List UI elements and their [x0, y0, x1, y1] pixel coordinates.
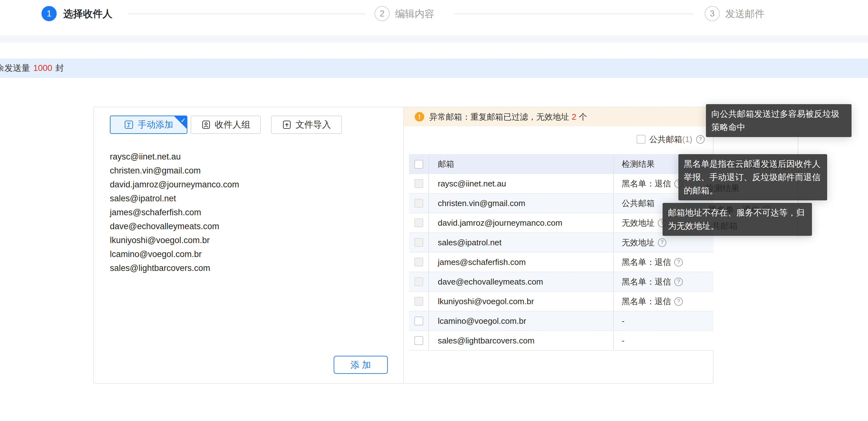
manual-add-icon [124, 120, 133, 129]
row-checkbox-cell [409, 233, 429, 252]
ghost-row-border [663, 237, 812, 237]
public-mailbox-checkbox[interactable] [637, 135, 646, 144]
row-email: sales@ipatrol.net [429, 233, 614, 252]
row-checkbox[interactable] [414, 179, 423, 188]
step-connector-line [455, 13, 694, 14]
email-entry: lkuniyoshi@voegol.com.br [110, 233, 389, 247]
row-checkbox-cell [409, 272, 429, 291]
tooltip-public-mailbox: 向公共邮箱发送过多容易被反垃圾策略命中 [706, 104, 851, 137]
row-checkbox[interactable] [414, 199, 423, 208]
detection-result-pane: ! 异常邮箱：重复邮箱已过滤，无效地址2个 公共邮箱(1) ? 邮箱 检测结果 [404, 107, 714, 383]
table-row: james@schaferfish.com 黑名单：退信 ? [409, 252, 714, 272]
row-result-cell: 黑名单：退信 ? [614, 276, 714, 288]
tab-recipient-group[interactable]: 收件人组 [191, 116, 261, 134]
row-checkbox[interactable] [414, 297, 423, 306]
public-mailbox-count: (1) [682, 134, 692, 144]
step-header: 1 选择收件人 2 编辑内容 3 发送邮件 [0, 0, 868, 35]
row-checkbox[interactable] [414, 258, 423, 267]
row-result-cell: 无效地址 ? [614, 237, 714, 248]
row-result: 无效地址 [622, 217, 655, 229]
row-result-cell: 黑名单：退信 ? [614, 296, 714, 307]
tab-file-import-label: 文件导入 [296, 119, 331, 131]
row-checkbox-cell [409, 174, 429, 193]
row-result: 公共邮箱 [622, 198, 655, 209]
manual-email-input-area[interactable]: raysc@iinet.net.au christen.vin@gmail.co… [110, 150, 389, 275]
select-all-checkbox[interactable] [414, 160, 423, 169]
file-import-icon [282, 120, 291, 129]
table-body: raysc@iinet.net.au 黑名单：退信 ? christen.vin… [409, 174, 714, 351]
tooltip-invalid-address: 邮箱地址不存在、服务不可达等，归为无效地址。 [662, 203, 812, 236]
row-result: 黑名单：退信 [622, 178, 671, 189]
header-separator-band [0, 35, 868, 43]
warning-prefix: 异常邮箱：重复邮箱已过滤，无效地址 [429, 112, 569, 122]
table-row: lkuniyoshi@voegol.com.br 黑名单：退信 ? [409, 292, 714, 311]
row-email: dave@echovalleymeats.com [429, 272, 614, 291]
row-email: david.jamroz@journeymanco.com [429, 213, 614, 232]
email-entry: dave@echovalleymeats.com [110, 219, 389, 233]
table-header-row: 邮箱 检测结果 [409, 154, 714, 174]
row-checkbox-cell [409, 292, 429, 311]
table-row: sales@lightbarcovers.com - ? [409, 331, 714, 351]
result-help-icon[interactable]: ? [674, 258, 683, 267]
row-checkbox[interactable] [414, 336, 423, 345]
row-checkbox-cell [409, 252, 429, 272]
row-email: lcamino@voegol.com.br [429, 311, 614, 330]
email-entry: lcamino@voegol.com.br [110, 247, 389, 261]
recipient-group-icon [201, 120, 211, 129]
warning-text: 异常邮箱：重复邮箱已过滤，无效地址2个 [429, 107, 587, 126]
result-help-icon[interactable]: ? [674, 297, 683, 306]
step-2-circle: 2 [374, 6, 390, 21]
quota-value: 1000 [33, 63, 52, 73]
row-checkbox-cell [409, 311, 429, 330]
step-1-circle: 1 [41, 6, 57, 21]
add-button[interactable]: 添 加 [334, 356, 388, 374]
row-result-cell: 黑名单：退信 ? [614, 257, 714, 268]
email-entry: james@schaferfish.com [110, 205, 389, 219]
result-help-icon[interactable]: ? [658, 238, 666, 247]
quota-suffix: 封 [55, 63, 64, 73]
row-result-cell: - ? [614, 336, 714, 345]
email-entry: sales@ipatrol.net [110, 191, 389, 205]
public-mailbox-filter-label: 公共邮箱(1) [649, 134, 692, 145]
email-entry: david.jamroz@journeymanco.com [110, 178, 389, 191]
quota-prefix: 剩余发送量 [0, 63, 30, 73]
row-result: 黑名单：退信 [622, 257, 671, 268]
row-checkbox-cell [409, 194, 429, 213]
row-checkbox-cell [409, 331, 429, 350]
abnormal-mailbox-warning: ! 异常邮箱：重复邮箱已过滤，无效地址2个 [404, 107, 714, 126]
warning-count: 2 [572, 112, 576, 122]
row-checkbox[interactable] [414, 277, 423, 286]
tab-recipient-group-label: 收件人组 [215, 119, 250, 131]
row-result: - [622, 316, 625, 326]
recipient-selection-card: 手动添加 ✓ 收件人组 文件导入 raysc@iinet.net.au chri… [93, 107, 714, 384]
row-checkbox[interactable] [414, 317, 423, 325]
step-connector-line [128, 13, 366, 14]
warning-suffix: 个 [579, 112, 587, 122]
row-result-cell: - ? [614, 316, 714, 326]
quota-text: 剩余发送量1000封 [0, 59, 64, 78]
row-checkbox-cell [409, 213, 429, 232]
table-row: raysc@iinet.net.au 黑名单：退信 ? [409, 174, 714, 194]
tooltip-blacklist: 黑名单是指在云邮通发送后因收件人举报、手动退订、反垃圾邮件而退信的邮箱。 [678, 154, 827, 200]
email-entry: raysc@iinet.net.au [110, 150, 389, 164]
step-2-label: 编辑内容 [395, 8, 434, 20]
tab-file-import[interactable]: 文件导入 [271, 116, 342, 134]
row-result: 黑名单：退信 [622, 296, 671, 307]
tab-manual-add[interactable]: 手动添加 ✓ [110, 116, 187, 134]
public-mailbox-help-icon[interactable]: ? [696, 135, 705, 144]
tab-manual-add-label: 手动添加 [138, 119, 173, 131]
row-email: james@schaferfish.com [429, 252, 614, 272]
row-checkbox[interactable] [414, 218, 423, 227]
result-help-icon[interactable]: ? [674, 278, 683, 286]
row-checkbox[interactable] [414, 238, 423, 247]
public-mailbox-filter-row: 公共邮箱(1) ? [637, 134, 705, 145]
row-result: - [622, 336, 625, 345]
table-row: sales@ipatrol.net 无效地址 ? [409, 233, 714, 252]
step-1-label: 选择收件人 [63, 8, 113, 20]
row-email: christen.vin@gmail.com [429, 194, 614, 213]
email-entry: christen.vin@gmail.com [110, 164, 389, 178]
header-checkbox-cell [409, 154, 429, 174]
table-row: lcamino@voegol.com.br - ? [409, 311, 714, 331]
quota-bar: 剩余发送量1000封 [0, 59, 868, 78]
row-email: raysc@iinet.net.au [429, 174, 614, 193]
